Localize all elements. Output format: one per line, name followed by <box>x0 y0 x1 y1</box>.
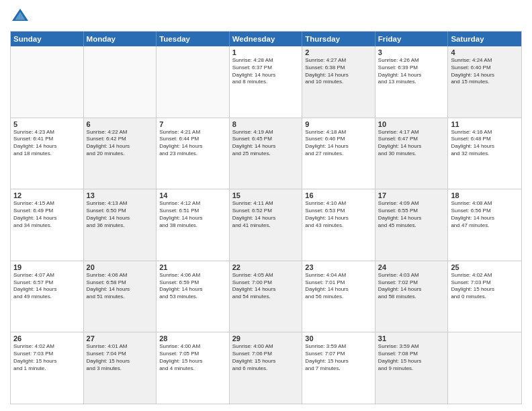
cal-cell-day-23: 23Sunrise: 4:04 AM Sunset: 7:01 PM Dayli… <box>302 261 375 332</box>
day-number: 21 <box>159 263 226 271</box>
cal-header-wednesday: Wednesday <box>230 32 303 46</box>
cal-header-tuesday: Tuesday <box>157 32 230 46</box>
cal-header-friday: Friday <box>375 32 449 46</box>
day-info: Sunrise: 4:10 AM Sunset: 6:53 PM Dayligh… <box>305 200 372 229</box>
day-number: 27 <box>87 334 154 342</box>
day-info: Sunrise: 4:24 AM Sunset: 6:40 PM Dayligh… <box>451 57 519 86</box>
cal-cell-empty <box>11 46 84 118</box>
cal-header-sunday: Sunday <box>11 32 84 46</box>
cal-cell-day-9: 9Sunrise: 4:18 AM Sunset: 6:46 PM Daylig… <box>302 118 375 189</box>
day-number: 7 <box>159 120 226 128</box>
cal-cell-day-24: 24Sunrise: 4:03 AM Sunset: 7:02 PM Dayli… <box>375 261 449 332</box>
day-number: 28 <box>159 334 226 342</box>
day-number: 15 <box>232 191 300 199</box>
day-number: 18 <box>451 191 519 199</box>
header <box>10 7 522 27</box>
calendar: SundayMondayTuesdayWednesdayThursdayFrid… <box>10 31 522 404</box>
cal-cell-day-15: 15Sunrise: 4:11 AM Sunset: 6:52 PM Dayli… <box>230 189 303 261</box>
cal-cell-day-13: 13Sunrise: 4:13 AM Sunset: 6:50 PM Dayli… <box>84 189 157 261</box>
cal-header-monday: Monday <box>84 32 157 46</box>
cal-cell-day-21: 21Sunrise: 4:06 AM Sunset: 6:59 PM Dayli… <box>157 261 230 332</box>
cal-cell-empty <box>157 46 230 118</box>
day-info: Sunrise: 4:13 AM Sunset: 6:50 PM Dayligh… <box>87 200 154 229</box>
day-number: 12 <box>13 191 81 199</box>
cal-cell-day-18: 18Sunrise: 4:08 AM Sunset: 6:56 PM Dayli… <box>448 189 521 261</box>
day-number: 13 <box>87 191 154 199</box>
cal-week-2: 5Sunrise: 4:23 AM Sunset: 6:41 PM Daylig… <box>11 118 521 190</box>
cal-cell-day-11: 11Sunrise: 4:16 AM Sunset: 6:48 PM Dayli… <box>448 118 521 189</box>
day-info: Sunrise: 4:28 AM Sunset: 6:37 PM Dayligh… <box>232 57 300 86</box>
day-info: Sunrise: 4:15 AM Sunset: 6:49 PM Dayligh… <box>13 200 81 229</box>
day-number: 26 <box>13 334 81 342</box>
cal-week-5: 26Sunrise: 4:02 AM Sunset: 7:03 PM Dayli… <box>11 332 521 404</box>
day-number: 31 <box>378 334 445 342</box>
cal-week-1: 1Sunrise: 4:28 AM Sunset: 6:37 PM Daylig… <box>11 46 521 118</box>
day-info: Sunrise: 4:02 AM Sunset: 7:03 PM Dayligh… <box>13 343 81 372</box>
day-info: Sunrise: 4:11 AM Sunset: 6:52 PM Dayligh… <box>232 200 300 229</box>
cal-cell-day-10: 10Sunrise: 4:17 AM Sunset: 6:47 PM Dayli… <box>375 118 449 189</box>
day-number: 29 <box>232 334 300 342</box>
day-info: Sunrise: 4:09 AM Sunset: 6:55 PM Dayligh… <box>378 200 445 229</box>
cal-header-thursday: Thursday <box>302 32 375 46</box>
day-number: 5 <box>13 120 81 128</box>
cal-cell-day-27: 27Sunrise: 4:01 AM Sunset: 7:04 PM Dayli… <box>84 332 157 404</box>
day-number: 23 <box>305 263 372 271</box>
cal-cell-day-19: 19Sunrise: 4:07 AM Sunset: 6:57 PM Dayli… <box>11 261 84 332</box>
cal-cell-day-2: 2Sunrise: 4:27 AM Sunset: 6:38 PM Daylig… <box>302 46 375 118</box>
calendar-body: 1Sunrise: 4:28 AM Sunset: 6:37 PM Daylig… <box>11 46 521 404</box>
day-number: 30 <box>305 334 372 342</box>
day-number: 4 <box>451 48 519 56</box>
day-number: 20 <box>87 263 154 271</box>
cal-cell-day-1: 1Sunrise: 4:28 AM Sunset: 6:37 PM Daylig… <box>230 46 303 118</box>
cal-cell-day-6: 6Sunrise: 4:22 AM Sunset: 6:42 PM Daylig… <box>84 118 157 189</box>
day-info: Sunrise: 4:27 AM Sunset: 6:38 PM Dayligh… <box>305 57 372 86</box>
day-number: 25 <box>451 263 519 271</box>
cal-cell-day-16: 16Sunrise: 4:10 AM Sunset: 6:53 PM Dayli… <box>302 189 375 261</box>
day-info: Sunrise: 3:59 AM Sunset: 7:08 PM Dayligh… <box>378 343 445 372</box>
day-info: Sunrise: 4:19 AM Sunset: 6:45 PM Dayligh… <box>232 129 300 158</box>
cal-cell-day-31: 31Sunrise: 3:59 AM Sunset: 7:08 PM Dayli… <box>375 332 449 404</box>
cal-cell-day-29: 29Sunrise: 4:00 AM Sunset: 7:06 PM Dayli… <box>230 332 303 404</box>
day-number: 8 <box>232 120 300 128</box>
cal-header-saturday: Saturday <box>448 32 521 46</box>
day-number: 16 <box>305 191 372 199</box>
day-info: Sunrise: 4:12 AM Sunset: 6:51 PM Dayligh… <box>159 200 226 229</box>
cal-cell-day-17: 17Sunrise: 4:09 AM Sunset: 6:55 PM Dayli… <box>375 189 449 261</box>
day-info: Sunrise: 4:07 AM Sunset: 6:57 PM Dayligh… <box>13 272 81 301</box>
day-number: 22 <box>232 263 300 271</box>
day-info: Sunrise: 4:02 AM Sunset: 7:03 PM Dayligh… <box>451 272 519 301</box>
cal-cell-day-4: 4Sunrise: 4:24 AM Sunset: 6:40 PM Daylig… <box>448 46 521 118</box>
day-info: Sunrise: 4:00 AM Sunset: 7:06 PM Dayligh… <box>232 343 300 372</box>
day-info: Sunrise: 4:22 AM Sunset: 6:42 PM Dayligh… <box>87 129 154 158</box>
page: SundayMondayTuesdayWednesdayThursdayFrid… <box>0 0 532 411</box>
cal-cell-day-20: 20Sunrise: 4:06 AM Sunset: 6:58 PM Dayli… <box>84 261 157 332</box>
cal-cell-day-14: 14Sunrise: 4:12 AM Sunset: 6:51 PM Dayli… <box>157 189 230 261</box>
day-info: Sunrise: 4:04 AM Sunset: 7:01 PM Dayligh… <box>305 272 372 301</box>
day-info: Sunrise: 4:23 AM Sunset: 6:41 PM Dayligh… <box>13 129 81 158</box>
day-number: 2 <box>305 48 372 56</box>
cal-cell-day-7: 7Sunrise: 4:21 AM Sunset: 6:44 PM Daylig… <box>157 118 230 189</box>
day-info: Sunrise: 3:59 AM Sunset: 7:07 PM Dayligh… <box>305 343 372 372</box>
cal-cell-day-30: 30Sunrise: 3:59 AM Sunset: 7:07 PM Dayli… <box>302 332 375 404</box>
cal-cell-day-25: 25Sunrise: 4:02 AM Sunset: 7:03 PM Dayli… <box>448 261 521 332</box>
cal-cell-day-5: 5Sunrise: 4:23 AM Sunset: 6:41 PM Daylig… <box>11 118 84 189</box>
cal-week-3: 12Sunrise: 4:15 AM Sunset: 6:49 PM Dayli… <box>11 189 521 261</box>
cal-cell-day-8: 8Sunrise: 4:19 AM Sunset: 6:45 PM Daylig… <box>230 118 303 189</box>
day-info: Sunrise: 4:18 AM Sunset: 6:46 PM Dayligh… <box>305 129 372 158</box>
logo <box>10 7 33 27</box>
day-info: Sunrise: 4:06 AM Sunset: 6:58 PM Dayligh… <box>87 272 154 301</box>
cal-cell-day-3: 3Sunrise: 4:26 AM Sunset: 6:39 PM Daylig… <box>375 46 449 118</box>
day-info: Sunrise: 4:26 AM Sunset: 6:39 PM Dayligh… <box>378 57 445 86</box>
day-info: Sunrise: 4:17 AM Sunset: 6:47 PM Dayligh… <box>378 129 445 158</box>
calendar-header-row: SundayMondayTuesdayWednesdayThursdayFrid… <box>11 32 521 46</box>
day-number: 3 <box>378 48 445 56</box>
day-number: 1 <box>232 48 300 56</box>
day-info: Sunrise: 4:21 AM Sunset: 6:44 PM Dayligh… <box>159 129 226 158</box>
day-number: 9 <box>305 120 372 128</box>
cal-cell-day-22: 22Sunrise: 4:05 AM Sunset: 7:00 PM Dayli… <box>230 261 303 332</box>
day-number: 24 <box>378 263 445 271</box>
cal-cell-day-12: 12Sunrise: 4:15 AM Sunset: 6:49 PM Dayli… <box>11 189 84 261</box>
day-number: 10 <box>378 120 445 128</box>
day-info: Sunrise: 4:00 AM Sunset: 7:05 PM Dayligh… <box>159 343 226 372</box>
day-info: Sunrise: 4:06 AM Sunset: 6:59 PM Dayligh… <box>159 272 226 301</box>
